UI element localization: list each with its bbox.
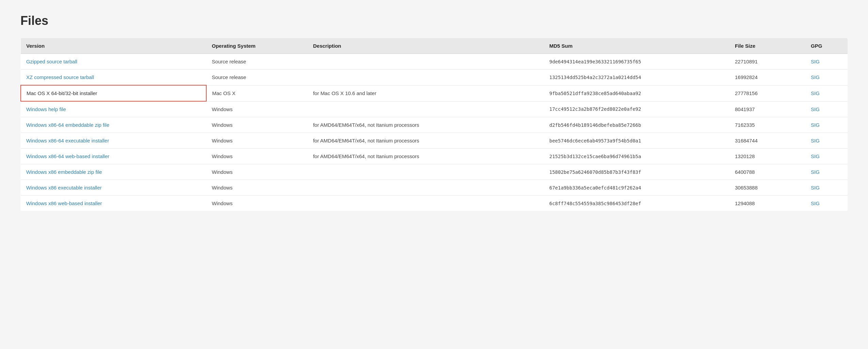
cell-version[interactable]: Windows x86 executable installer xyxy=(21,180,206,196)
cell-os: Source release xyxy=(206,70,307,86)
table-row: Windows x86 embeddable zip fileWindows15… xyxy=(21,164,848,180)
cell-os: Windows xyxy=(206,196,307,211)
cell-size: 1294088 xyxy=(729,196,805,211)
cell-version[interactable]: Windows x86-64 web-based installer xyxy=(21,149,206,164)
cell-os: Source release xyxy=(206,54,307,70)
table-row: Windows x86-64 web-based installerWindow… xyxy=(21,149,848,164)
cell-gpg[interactable]: SIG xyxy=(805,117,848,133)
cell-version[interactable]: Windows x86 embeddable zip file xyxy=(21,164,206,180)
cell-gpg[interactable]: SIG xyxy=(805,70,848,86)
cell-size: 7162335 xyxy=(729,117,805,133)
cell-version[interactable]: Gzipped source tarball xyxy=(21,54,206,70)
cell-os: Windows xyxy=(206,164,307,180)
header-description: Description xyxy=(308,38,544,54)
cell-size: 31684744 xyxy=(729,133,805,149)
cell-gpg[interactable]: SIG xyxy=(805,85,848,101)
cell-description: for Mac OS X 10.6 and later xyxy=(308,85,544,101)
cell-os: Windows xyxy=(206,180,307,196)
header-md5: MD5 Sum xyxy=(544,38,729,54)
cell-gpg[interactable]: SIG xyxy=(805,164,848,180)
cell-version[interactable]: Windows help file xyxy=(21,101,206,117)
cell-gpg[interactable]: SIG xyxy=(805,180,848,196)
cell-md5: 1325134dd525b4a2c3272a1a0214dd54 xyxy=(544,70,729,86)
table-row: Mac OS X 64-bit/32-bit installerMac OS X… xyxy=(21,85,848,101)
cell-os: Mac OS X xyxy=(206,85,307,101)
cell-size: 22710891 xyxy=(729,54,805,70)
cell-description: for AMD64/EM64T/x64, not Itanium process… xyxy=(308,117,544,133)
table-row: Gzipped source tarballSource release9de6… xyxy=(21,54,848,70)
cell-md5: 9de6494314ea199e3633211696735f65 xyxy=(544,54,729,70)
cell-md5: 21525b3d132ce15cae6ba96d74961b5a xyxy=(544,149,729,164)
cell-md5: 67e1a9bb336a5eca0efcd481c9f262a4 xyxy=(544,180,729,196)
cell-version[interactable]: Windows x86 web-based installer xyxy=(21,196,206,211)
cell-gpg[interactable]: SIG xyxy=(805,54,848,70)
cell-md5: 6c8ff748c554559a385c986453df28ef xyxy=(544,196,729,211)
cell-gpg[interactable]: SIG xyxy=(805,149,848,164)
cell-gpg[interactable]: SIG xyxy=(805,101,848,117)
table-row: Windows x86-64 executable installerWindo… xyxy=(21,133,848,149)
table-row: Windows x86 executable installerWindows6… xyxy=(21,180,848,196)
cell-size: 8041937 xyxy=(729,101,805,117)
cell-size: 27778156 xyxy=(729,85,805,101)
cell-description xyxy=(308,196,544,211)
page-title: Files xyxy=(20,14,848,28)
cell-description: for AMD64/EM64T/x64, not Itanium process… xyxy=(308,133,544,149)
cell-gpg[interactable]: SIG xyxy=(805,196,848,211)
cell-size: 16992824 xyxy=(729,70,805,86)
cell-version[interactable]: Windows x86-64 embeddable zip file xyxy=(21,117,206,133)
cell-description xyxy=(308,101,544,117)
header-gpg: GPG xyxy=(805,38,848,54)
table-row: Windows x86 web-based installerWindows6c… xyxy=(21,196,848,211)
cell-os: Windows xyxy=(206,117,307,133)
header-size: File Size xyxy=(729,38,805,54)
header-os: Operating System xyxy=(206,38,307,54)
cell-gpg[interactable]: SIG xyxy=(805,133,848,149)
cell-size: 1320128 xyxy=(729,149,805,164)
table-row: Windows x86-64 embeddable zip fileWindow… xyxy=(21,117,848,133)
table-row: Windows help fileWindows17cc49512c3a2b87… xyxy=(21,101,848,117)
header-version: Version xyxy=(21,38,206,54)
cell-md5: bee5746dc6ece6ab49573a9f54b5d0a1 xyxy=(544,133,729,149)
cell-description xyxy=(308,180,544,196)
cell-description xyxy=(308,54,544,70)
cell-size: 6400788 xyxy=(729,164,805,180)
cell-description xyxy=(308,70,544,86)
cell-md5: d2fb546fd4b189146dbefeba85e7266b xyxy=(544,117,729,133)
cell-md5: 9fba50521dffa9238ce85ad640abaa92 xyxy=(544,85,729,101)
cell-description xyxy=(308,164,544,180)
cell-os: Windows xyxy=(206,149,307,164)
table-row: XZ compressed source tarballSource relea… xyxy=(21,70,848,86)
cell-md5: 15802be75a6246070d85b87b3f43f83f xyxy=(544,164,729,180)
cell-version[interactable]: Mac OS X 64-bit/32-bit installer xyxy=(21,85,206,101)
cell-version[interactable]: XZ compressed source tarball xyxy=(21,70,206,86)
cell-size: 30653888 xyxy=(729,180,805,196)
cell-os: Windows xyxy=(206,101,307,117)
cell-md5: 17cc49512c3a2b876f2ed8022e0afe92 xyxy=(544,101,729,117)
cell-version[interactable]: Windows x86-64 executable installer xyxy=(21,133,206,149)
table-header-row: Version Operating System Description MD5… xyxy=(21,38,848,54)
files-table: Version Operating System Description MD5… xyxy=(20,38,848,211)
cell-description: for AMD64/EM64T/x64, not Itanium process… xyxy=(308,149,544,164)
cell-os: Windows xyxy=(206,133,307,149)
